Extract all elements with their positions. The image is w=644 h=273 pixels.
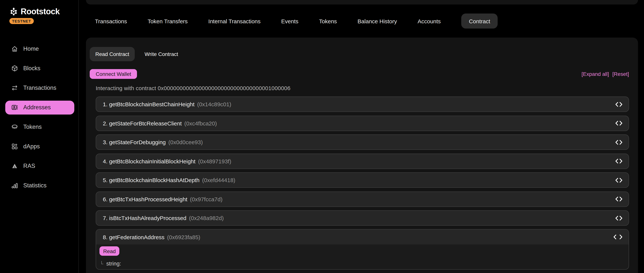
code-icon-expanded[interactable] (613, 234, 622, 239)
result-type-label: string: (106, 260, 121, 266)
sidebar-nav: Home Blocks (0, 39, 78, 195)
tab-accounts[interactable]: Accounts (418, 18, 440, 24)
function-name: 2. getStateForBtcReleaseClient (103, 120, 182, 126)
addresses-icon (11, 104, 18, 111)
tab-token-transfers[interactable]: Token Transfers (148, 18, 188, 24)
top-card-edge (86, 0, 638, 5)
page: Rootstock TESTNET Home (0, 0, 644, 273)
sidebar-item-statistics[interactable]: Statistics (0, 176, 78, 195)
contract-card: Read Contract Write Contract Connect Wal… (86, 38, 638, 273)
function-selector: (0xefd44418) (202, 177, 235, 183)
function-selector: (0x14c89c01) (197, 101, 231, 107)
function-row-6[interactable]: 6. getBtcTxHashProcessedHeight (0x97fcca… (96, 191, 629, 207)
function-row-7[interactable]: 7. isBtcTxHashAlreadyProcessed (0x248a98… (96, 210, 629, 226)
sidebar: Rootstock TESTNET Home (0, 0, 79, 273)
panel-links: [Expand all] [Reset] (582, 71, 629, 77)
function-row-2[interactable]: 2. getStateForBtcReleaseClient (0xc4fbca… (96, 115, 629, 131)
function-row-4[interactable]: 4. getBtcBlockchainInitialBlockHeight (0… (96, 153, 629, 169)
sidebar-item-ras[interactable]: RAS (0, 156, 78, 176)
code-icon[interactable] (615, 121, 622, 126)
code-icon[interactable] (615, 158, 622, 164)
tokens-icon (11, 123, 18, 131)
tab-balance-history[interactable]: Balance History (358, 18, 397, 24)
function-row-3[interactable]: 3. getStateForDebugging (0x0d0cee93) (96, 134, 629, 150)
sidebar-item-dapps[interactable]: dApps (0, 137, 78, 156)
function-row-8[interactable]: 8. getFederationAddress (0x6923fa85) (96, 229, 628, 244)
tab-internal-transactions[interactable]: Internal Transactions (208, 18, 261, 24)
transactions-icon (11, 84, 18, 92)
function-selector: (0x6923fa85) (167, 234, 200, 240)
tab-tokens[interactable]: Tokens (319, 18, 337, 24)
address-tabs: Transactions Token Transfers Internal Tr… (95, 14, 498, 29)
function-selector: (0x4897193f) (198, 158, 231, 164)
function-name: 5. getBtcBlockchainBlockHashAtDepth (103, 177, 200, 183)
connect-wallet-button[interactable]: Connect Wallet (90, 69, 137, 79)
interacting-with-contract-label: Interacting with contract 0x000000000000… (96, 85, 290, 91)
sidebar-item-label: Blocks (23, 65, 40, 72)
function-name: 3. getStateForDebugging (103, 139, 166, 145)
home-icon (11, 45, 18, 53)
function-selector: (0x97fcca7d) (190, 196, 222, 202)
sidebar-item-home[interactable]: Home (0, 39, 78, 59)
code-icon[interactable] (615, 102, 622, 107)
ras-icon (11, 162, 18, 170)
statistics-icon (11, 182, 18, 189)
sidebar-item-tokens[interactable]: Tokens (0, 117, 78, 137)
tab-events[interactable]: Events (281, 18, 298, 24)
result-line: └ string: (100, 260, 121, 266)
function-name: 6. getBtcTxHashProcessedHeight (103, 196, 187, 202)
sidebar-item-label: Home (23, 46, 39, 52)
sidebar-item-transactions[interactable]: Transactions (0, 78, 78, 98)
sidebar-item-label: Transactions (23, 85, 56, 91)
code-icon[interactable] (615, 140, 622, 145)
rootstock-logo-icon (10, 7, 18, 16)
rootstock-logo[interactable]: Rootstock (10, 7, 60, 17)
code-icon[interactable] (615, 215, 622, 221)
code-icon[interactable] (615, 177, 622, 183)
blocks-icon (11, 65, 18, 72)
testnet-badge: TESTNET (10, 18, 34, 24)
reset-link[interactable]: [Reset] (612, 71, 629, 77)
sidebar-item-label: RAS (23, 163, 35, 169)
sidebar-item-addresses[interactable]: Addresses (0, 98, 78, 117)
function-row-5[interactable]: 5. getBtcBlockchainBlockHashAtDepth (0xe… (96, 172, 629, 188)
sidebar-item-label: dApps (23, 143, 40, 150)
function-name: 4. getBtcBlockchainInitialBlockHeight (103, 158, 196, 164)
tab-write-contract[interactable]: Write Contract (145, 51, 178, 57)
function-selector: (0xc4fbca20) (184, 120, 217, 126)
sidebar-item-label: Addresses (23, 104, 51, 111)
result-corner-icon: └ (100, 261, 103, 266)
function-row-1[interactable]: 1. getBtcBlockchainBestChainHeight (0x14… (96, 97, 629, 112)
brand-name: Rootstock (21, 7, 60, 17)
sidebar-item-label: Statistics (23, 182, 46, 189)
sidebar-item-label: Tokens (23, 124, 42, 130)
tab-contract-active[interactable]: Contract (462, 14, 498, 29)
contract-subtabs: Read Contract Write Contract (90, 47, 178, 61)
sidebar-item-blocks[interactable]: Blocks (0, 59, 78, 78)
expand-all-link[interactable]: [Expand all] (582, 71, 609, 77)
tab-transactions[interactable]: Transactions (95, 18, 127, 24)
function-selector: (0x248a982d) (189, 215, 224, 221)
code-icon[interactable] (615, 196, 622, 202)
function-name: 8. getFederationAddress (103, 234, 164, 240)
function-name: 1. getBtcBlockchainBestChainHeight (103, 101, 194, 107)
dapps-icon (11, 143, 18, 150)
function-result-area: Read └ string: (96, 244, 628, 269)
function-name: 7. isBtcTxHashAlreadyProcessed (103, 215, 186, 221)
read-button[interactable]: Read (100, 246, 120, 256)
function-selector: (0x0d0cee93) (168, 139, 203, 145)
function-row-8-expanded: 8. getFederationAddress (0x6923fa85) Rea… (96, 229, 629, 269)
tab-read-contract[interactable]: Read Contract (90, 47, 135, 61)
